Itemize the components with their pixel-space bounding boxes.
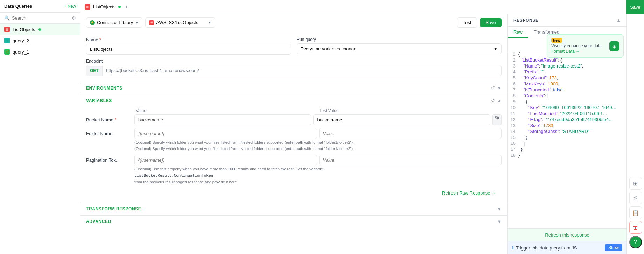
sidebar-item-query2[interactable]: ⊡ query_2 (0, 35, 80, 46)
bucket-inputs: Str (134, 114, 502, 125)
format-icon: ◈ (609, 41, 619, 51)
help-icon-button[interactable]: ? (629, 236, 642, 248)
folder-test-input[interactable] (319, 128, 502, 139)
filter-icon[interactable]: ⚙ (72, 15, 76, 21)
run-query-select[interactable]: Everytime variables change ▼ (297, 43, 502, 54)
sidebar-item-list-objects[interactable]: ⊞ ListObjects (0, 24, 80, 35)
new-query-button[interactable]: + New (64, 4, 76, 9)
query2-icon: ⊡ (4, 38, 10, 43)
run-query-group: Run query Everytime variables change ▼ (297, 37, 502, 54)
query1-icon: 🌿 (4, 49, 10, 55)
sidebar-search-bar: 🔍 ⚙ (0, 13, 80, 24)
pagination-hint: (Optional) Use this property when you ha… (134, 167, 502, 172)
endpoint-method: GET (86, 66, 103, 76)
variable-row-folder: Folder Name (Optional) Specify which fol… (86, 128, 502, 152)
code-line: 11 "LastModified": "2022-04-06T15:06:1… (508, 111, 626, 117)
code-line: 5 "KeyCount": 173, (508, 75, 626, 81)
advanced-section-header[interactable]: ADVANCED ▼ (80, 215, 507, 228)
list-objects-icon: ⊞ (4, 27, 10, 32)
code-line: 7 "IsTruncated": false, (508, 87, 626, 93)
right-sidebar: New Visually enhance your data Format Da… (626, 14, 644, 254)
code-line: 2 "ListBucketResult": { (508, 57, 626, 63)
delete-icon-button[interactable]: 🗑 (629, 221, 642, 234)
top-save-bar: Save (626, 0, 644, 14)
form-panel: ⚡ Connector Library ▼ ⊞ AWS_S3/ListObjec… (80, 14, 507, 254)
test-button[interactable]: Test (457, 17, 477, 28)
save-button[interactable]: Save (480, 18, 502, 27)
response-collapse-icon[interactable]: ▲ (616, 17, 621, 23)
sidebar-item-query1[interactable]: 🌿 query_1 (0, 46, 80, 57)
main-content: ⊞ ListObjects + ⚡ Connector Library ▼ ⊞ … (80, 0, 644, 254)
transform-section-header[interactable]: TRANSFORM RESPONSE ▼ (80, 203, 507, 215)
variables-refresh-icon[interactable]: ↺ (491, 98, 495, 103)
sidebar-item-label: query_1 (13, 49, 29, 55)
bucket-value-input[interactable] (134, 114, 311, 125)
code-line: 6 "MaxKeys": 1000, (508, 81, 626, 87)
environments-title: ENVIRONMENTS (86, 86, 122, 91)
folder-hint-extra: (Optional) Specify which folder you want… (134, 146, 502, 151)
connector-library-select[interactable]: ⚡ Connector Library ▼ (86, 17, 142, 28)
value-col-header: Value (134, 108, 318, 113)
sidebar-item-label: query_2 (13, 38, 29, 43)
code-line: 18} (508, 152, 626, 158)
format-data-title: Visually enhance your data (551, 43, 607, 48)
environments-refresh-icon[interactable]: ↺ (491, 85, 495, 91)
transform-chevron[interactable]: ▼ (497, 206, 502, 212)
pagination-hint3: from the previous result page's response… (134, 179, 502, 185)
content-area: ⚡ Connector Library ▼ ⊞ AWS_S3/ListObjec… (80, 14, 644, 254)
format-data-text: New Visually enhance your data Format Da… (551, 38, 607, 54)
search-icon: 🔍 (4, 15, 10, 21)
variables-title: VARIABLES (86, 98, 112, 103)
name-group: Name * (86, 37, 291, 55)
add-icon-button[interactable]: ⊞ (629, 177, 642, 190)
advanced-title: ADVANCED (86, 219, 111, 224)
environments-expand-icon[interactable]: ▼ (497, 85, 502, 91)
tab-raw[interactable]: Raw (508, 27, 528, 38)
folder-value-input[interactable] (134, 128, 317, 139)
connector-library-label: Connector Library (97, 20, 133, 25)
code-line: 13 "Size": 1733, (508, 122, 626, 128)
endpoint-label: Endpoint (86, 59, 502, 64)
show-button[interactable]: Show (605, 244, 622, 251)
response-code-viewer: 1{ 2 "ListBucketResult": { 3 "Name": "im… (508, 51, 626, 228)
refresh-response-button[interactable]: Refresh this response (508, 228, 626, 241)
format-data-link[interactable]: Format Data → (551, 49, 607, 54)
variables-collapse-icon[interactable]: ▲ (497, 98, 502, 103)
bucket-test-input[interactable] (313, 114, 490, 125)
refresh-raw-link[interactable]: Refresh Raw Response → (442, 190, 496, 196)
endpoint-group: Endpoint GET https://{bucket}.s3.us-east… (86, 59, 502, 76)
sidebar: Data Queries + New 🔍 ⚙ ⊞ ListObjects ⊡ q… (0, 0, 80, 254)
code-line: 16 ] (508, 140, 626, 146)
tab-icon: ⊞ (85, 4, 90, 10)
bucket-label: Bucket Name * (86, 117, 117, 122)
trigger-text: ℹ Trigger this dataquery from JS (512, 245, 577, 251)
copy-icon-button[interactable]: ⎘ (629, 192, 642, 204)
advanced-chevron[interactable]: ▼ (497, 219, 502, 224)
endpoint-url[interactable]: https://{bucket}.s3.us-east-1.amazonaws.… (103, 65, 501, 76)
refresh-row: Refresh Raw Response → (86, 188, 502, 198)
code-line: 12 "ETag": "\"747edd9da3e1e6741930bfb4… (508, 117, 626, 122)
variables-section-header[interactable]: VARIABLES ↺ ▲ (80, 94, 507, 107)
sidebar-item-label: ListObjects (13, 27, 35, 32)
add-tab-button[interactable]: + (125, 4, 128, 10)
tab-label: ListObjects (93, 4, 115, 9)
variables-body: Value Test Value Bucket Name * Str (80, 107, 507, 203)
code-line: 3 "Name": "image-resize-test2", (508, 63, 626, 69)
format-data-card: New Visually enhance your data Format Da… (547, 34, 624, 58)
variable-row-pagination: Pagination Tok... (Optional) Use this pr… (86, 155, 502, 185)
top-save-label[interactable]: Save (630, 5, 640, 10)
form-body: Name * Run query Everytime variables cha… (80, 31, 507, 82)
folder-inputs (134, 128, 502, 139)
aws-connector-label: AWS_S3/ListObjects (156, 20, 206, 25)
paste-icon-button[interactable]: 📋 (629, 206, 642, 219)
trigger-row: ℹ Trigger this dataquery from JS Show (508, 241, 626, 254)
aws-connector-select[interactable]: ⊞ AWS_S3/ListObjects ▼ (145, 17, 215, 28)
sidebar-title: Data Queries (4, 3, 32, 9)
pagination-test-input[interactable] (319, 155, 502, 165)
pagination-value-input[interactable] (134, 155, 317, 165)
name-input[interactable] (86, 44, 291, 55)
name-label: Name * (86, 37, 291, 42)
environments-section-header[interactable]: ENVIRONMENTS ↺ ▼ (80, 82, 507, 94)
connector-library-icon: ⚡ (90, 20, 95, 25)
search-input[interactable] (12, 15, 70, 21)
